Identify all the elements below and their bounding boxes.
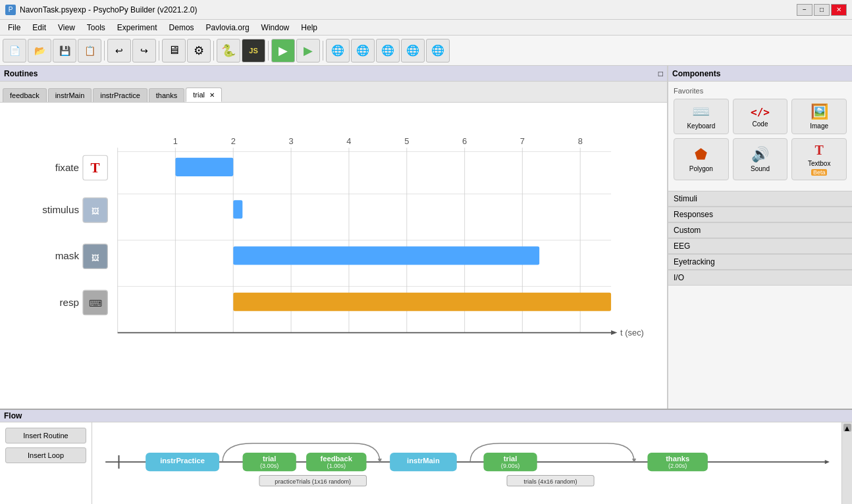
fixate-label: fixate <box>55 162 79 173</box>
mask-bar[interactable] <box>233 246 539 265</box>
pavlovia-globe4-button[interactable]: 🌐 <box>401 39 425 63</box>
node-trial2-label: trial <box>504 455 517 463</box>
menu-item-tools[interactable]: Tools <box>82 22 111 34</box>
experiment-settings-button[interactable]: ⚙ <box>187 39 211 63</box>
scrollbar-up-arrow[interactable]: ▲ <box>843 424 851 432</box>
component-polygon[interactable]: ⬟ Polygon <box>674 138 729 180</box>
app-icon: P <box>5 5 16 15</box>
routines-panel: Routines □ feedback instrMain instrPract… <box>0 66 668 409</box>
node-thanks-sub: (2.00s) <box>668 463 687 469</box>
polygon-icon: ⬟ <box>695 146 707 163</box>
sound-label: Sound <box>751 165 770 172</box>
menubar: FileEditViewToolsExperimentDemosPavlovia… <box>0 20 852 36</box>
tab-trial-close[interactable]: ✕ <box>209 91 215 99</box>
tab-feedback[interactable]: feedback <box>3 88 47 102</box>
code-icon: </> <box>751 106 770 118</box>
tab-trial[interactable]: trial ✕ <box>186 88 222 102</box>
undo-button[interactable]: ↩ <box>107 39 131 63</box>
menu-item-window[interactable]: Window <box>256 22 295 34</box>
routines-collapse-icon[interactable]: □ <box>658 69 663 78</box>
menu-item-pavlovia.org[interactable]: Pavlovia.org <box>201 22 255 34</box>
x-label-4: 4 <box>346 136 351 146</box>
keyboard-label: Keyboard <box>687 122 715 130</box>
pavlovia-globe3-button[interactable]: 🌐 <box>376 39 400 63</box>
toolbar-separator-5 <box>323 41 323 61</box>
run-green-button[interactable]: ▶ <box>271 39 295 63</box>
mask-icon: 🖼 <box>92 253 99 262</box>
tab-instrPractice[interactable]: instrPractice <box>93 88 147 102</box>
python-button[interactable]: 🐍 <box>217 39 240 63</box>
section-eeg[interactable]: EEG <box>668 238 852 254</box>
monitor-settings-button[interactable]: 🖥 <box>162 39 186 63</box>
pavlovia-globe1-button[interactable]: 🌐 <box>326 39 350 63</box>
resp-icon: ⌨ <box>89 298 102 309</box>
stimulus-icon: 🖼 <box>92 207 99 215</box>
menu-item-edit[interactable]: Edit <box>27 22 51 34</box>
new-button[interactable]: 📄 <box>3 39 26 63</box>
toolbar-separator-4 <box>268 41 269 61</box>
flow-header: Flow <box>0 410 852 422</box>
x-label-8: 8 <box>578 136 583 146</box>
keyboard-icon: ⌨️ <box>692 103 710 120</box>
maximize-button[interactable]: □ <box>814 4 830 16</box>
insert-loop-button[interactable]: Insert Loop <box>5 447 86 463</box>
textbox-icon: T <box>814 143 823 158</box>
x-label-3: 3 <box>289 136 294 146</box>
flow-scrollbar[interactable]: ▲ ▼ <box>841 422 852 504</box>
menu-item-experiment[interactable]: Experiment <box>112 22 163 34</box>
node-trial2-sub: (9.00s) <box>501 463 519 469</box>
component-keyboard[interactable]: ⌨️ Keyboard <box>674 99 729 134</box>
mask-label: mask <box>55 250 80 261</box>
run-button[interactable]: ▶ <box>296 39 320 63</box>
redo-button[interactable]: ↪ <box>132 39 156 63</box>
titlebar-controls: − □ ✕ <box>797 4 847 16</box>
node-feedback-label: feedback <box>321 455 353 463</box>
section-stimuli[interactable]: Stimuli <box>668 191 852 207</box>
resp-bar[interactable] <box>233 293 611 311</box>
components-header: Components <box>668 66 852 82</box>
save-button[interactable]: 💾 <box>53 39 76 63</box>
insert-routine-button[interactable]: Insert Routine <box>5 428 86 443</box>
toolbar: 📄 📂 💾 📋 ↩ ↪ 🖥 ⚙ 🐍 JS ▶ ▶ 🌐 🌐 🌐 🌐 🌐 <box>0 36 852 66</box>
favorites-section: Favorites ⌨️ Keyboard </> Code 🖼️ Image … <box>668 82 852 191</box>
svg-marker-10 <box>611 330 617 335</box>
menu-item-demos[interactable]: Demos <box>164 22 200 34</box>
fixate-bar[interactable] <box>175 158 233 176</box>
js-button[interactable]: JS <box>242 39 265 63</box>
sound-icon: 🔊 <box>751 146 769 163</box>
favorites-label: Favorites <box>674 87 847 95</box>
save-as-button[interactable]: 📋 <box>78 39 101 63</box>
tab-instrMain[interactable]: instrMain <box>48 88 92 102</box>
stimulus-bar[interactable] <box>233 200 242 218</box>
section-responses[interactable]: Responses <box>668 207 852 222</box>
pavlovia-globe2-button[interactable]: 🌐 <box>351 39 375 63</box>
close-button[interactable]: ✕ <box>831 4 847 16</box>
image-label: Image <box>810 122 828 130</box>
pavlovia-globe5-button[interactable]: 🌐 <box>426 39 450 63</box>
open-button[interactable]: 📂 <box>28 39 51 63</box>
trials-label: trials (4x16 random) <box>523 478 577 485</box>
node-feedback-sub: (1.00s) <box>327 463 346 469</box>
flow-panel: Flow Insert Routine Insert Loop instrPra… <box>0 409 852 504</box>
titlebar: P NavonTask.psyexp - PsychoPy Builder (v… <box>0 0 852 20</box>
toolbar-separator-1 <box>104 41 105 61</box>
section-custom[interactable]: Custom <box>668 222 852 238</box>
node-trial1-label: trial <box>263 455 277 463</box>
menu-item-file[interactable]: File <box>3 22 26 34</box>
component-sound[interactable]: 🔊 Sound <box>733 138 788 180</box>
menu-item-help[interactable]: Help <box>296 22 323 34</box>
tab-thanks[interactable]: thanks <box>149 88 184 102</box>
routines-label: Routines <box>4 69 38 78</box>
favorites-grid: ⌨️ Keyboard </> Code 🖼️ Image ⬟ Polygon … <box>674 99 847 180</box>
svg-marker-19 <box>632 459 636 463</box>
section-io[interactable]: I/O <box>668 270 852 286</box>
node-thanks-label: thanks <box>666 455 689 463</box>
minimize-button[interactable]: − <box>797 4 812 16</box>
component-image[interactable]: 🖼️ Image <box>791 99 847 134</box>
menu-item-view[interactable]: View <box>53 22 80 34</box>
fixate-icon: T <box>91 160 100 176</box>
section-eyetracking[interactable]: Eyetracking <box>668 254 852 270</box>
component-textbox[interactable]: T Textbox Beta <box>791 138 847 180</box>
component-code[interactable]: </> Code <box>733 99 788 134</box>
main-area: Routines □ feedback instrMain instrPract… <box>0 66 852 409</box>
